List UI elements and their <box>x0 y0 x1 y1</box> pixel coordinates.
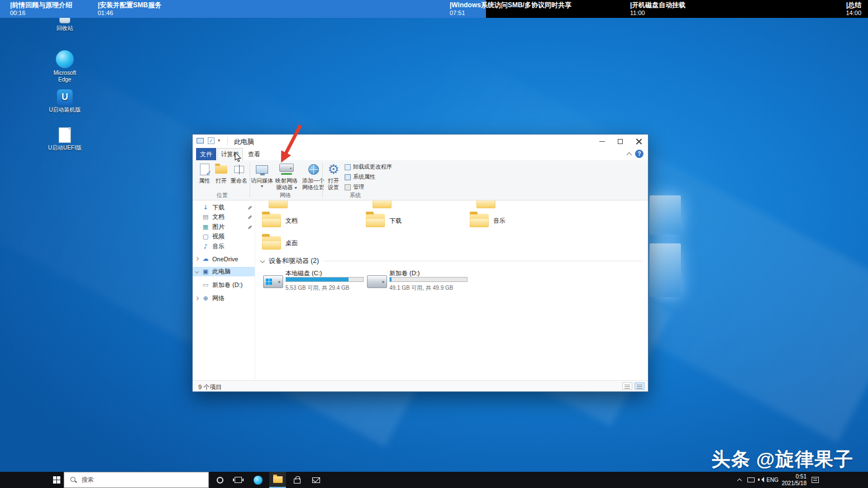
maximize-button[interactable] <box>611 135 629 148</box>
folder-tile-documents[interactable]: 文档 <box>262 210 298 231</box>
minimize-button[interactable] <box>593 135 611 148</box>
mail-taskbar-button[interactable] <box>308 472 324 488</box>
open-settings-button[interactable]: ⚙ 打开 设置 <box>325 161 342 190</box>
manage-icon <box>345 184 351 190</box>
network-cable-icon <box>281 173 292 175</box>
desktop-icon-edge[interactable]: Microsoft Edge <box>47 50 83 83</box>
tray-expand-button[interactable] <box>734 472 745 488</box>
close-button[interactable] <box>629 135 648 148</box>
network-icon: ⊕ <box>202 295 209 303</box>
music-icon: ♪ <box>202 243 209 251</box>
recycle-bin-icon <box>47 18 83 23</box>
status-bar: 9 个项目 <box>193 380 648 391</box>
tab-file[interactable]: 文件 <box>196 148 216 160</box>
start-button[interactable] <box>49 472 64 488</box>
folder-icon <box>470 214 489 227</box>
desktop-icon-uefi[interactable]: U启动UEFI版 <box>47 127 83 151</box>
chapter-item[interactable]: |前情回顾与原理介绍 00:16 <box>10 1 72 17</box>
help-button[interactable]: ? <box>635 150 643 158</box>
access-media-button[interactable]: 访问媒体 ▾ <box>252 161 272 189</box>
cortana-button[interactable] <box>212 472 228 488</box>
devices-section-header[interactable]: 设备和驱动器 (2) <box>260 256 643 266</box>
nav-item-documents[interactable]: ▤ 文档 <box>193 212 255 222</box>
ribbon: ✓ 属性 打开 重命名 位置 访问媒体 ▾ 映射网络 驱动器 <box>193 160 648 200</box>
task-view-button[interactable] <box>230 472 246 488</box>
folder-icon-partial[interactable] <box>373 200 392 208</box>
divider <box>323 261 643 261</box>
volume-tray-button[interactable] <box>755 472 766 488</box>
computer-icon: ▣ <box>202 268 209 276</box>
pin-icon <box>248 225 252 229</box>
folder-tile-desktop[interactable]: 桌面 <box>262 233 298 253</box>
navigation-pane: ↓ 下载 ▤ 文档 ▦ 图片 ▢ 视频 ♪ 音乐 <box>193 200 255 380</box>
uninstall-program-button[interactable]: 卸载或更改程序 <box>345 163 392 171</box>
drive-d-icon <box>367 275 387 288</box>
minimize-icon <box>599 141 605 142</box>
title-bar[interactable]: ✓ ▾ 此电脑 <box>193 135 648 148</box>
manage-button[interactable]: 管理 <box>345 183 364 191</box>
edge-taskbar-button[interactable] <box>250 472 266 488</box>
desktop-icon-recycle-bin[interactable]: 回收站 <box>47 18 83 32</box>
desktop-icon-label: U启动UEFI版 <box>47 145 83 151</box>
group-label-system: 系统 <box>325 192 386 199</box>
chapter-item[interactable]: |总结 14:00 <box>846 1 861 17</box>
nav-item-pictures[interactable]: ▦ 图片 <box>193 222 255 232</box>
system-properties-button[interactable]: 系统属性 <box>345 173 375 181</box>
nav-item-music[interactable]: ♪ 音乐 <box>193 242 255 251</box>
drive-tile-d[interactable]: 新加卷 (D:) 49.1 GB 可用, 共 49.9 GB <box>366 269 470 294</box>
chapter-item[interactable]: |安装并配置SMB服务 01:46 <box>98 1 161 17</box>
chevron-right-icon[interactable] <box>195 257 199 261</box>
chevron-down-icon[interactable] <box>195 270 199 274</box>
collapse-ribbon-icon[interactable] <box>627 152 632 158</box>
divider <box>322 162 323 198</box>
folder-icon-partial[interactable] <box>476 200 495 208</box>
chapter-item[interactable]: |开机磁盘自动挂载 11:00 <box>630 1 685 17</box>
rename-button[interactable]: 重命名 <box>230 161 249 184</box>
cloud-icon: ☁ <box>202 255 209 263</box>
action-center-button[interactable] <box>808 472 822 488</box>
nav-item-videos[interactable]: ▢ 视频 <box>193 232 255 241</box>
quick-access-dropdown-icon[interactable]: ▾ <box>218 138 220 143</box>
rename-icon <box>234 166 244 173</box>
folder-tile-downloads[interactable]: 下载 <box>366 210 402 231</box>
mouse-cursor <box>235 152 242 162</box>
video-chapter-bar[interactable]: |前情回顾与原理介绍 00:16 |安装并配置SMB服务 01:46 |Wind… <box>0 0 868 18</box>
language-indicator[interactable]: ENG <box>765 472 780 488</box>
nav-item-drive-d[interactable]: ▭ 新加卷 (D:) <box>193 280 255 290</box>
group-label-network: 网络 <box>251 192 320 199</box>
document-icon <box>47 127 83 143</box>
window-title: 此电脑 <box>234 137 254 147</box>
desktop-icon-uboot[interactable]: U U启动装机版 <box>47 89 83 113</box>
quick-access-check-icon[interactable]: ✓ <box>208 137 214 144</box>
nav-item-downloads[interactable]: ↓ 下载 <box>193 203 255 212</box>
network-tray-button[interactable] <box>745 472 756 488</box>
list-view-button[interactable] <box>622 382 632 390</box>
taskbar-search[interactable]: 搜索 <box>64 472 209 488</box>
usage-fill <box>390 278 392 281</box>
videos-icon: ▢ <box>202 233 209 241</box>
annotation-arrow <box>275 122 309 173</box>
nav-item-this-pc[interactable]: ▣ 此电脑 <box>193 267 255 276</box>
nav-item-onedrive[interactable]: ☁ OneDrive <box>193 254 255 264</box>
chapter-item[interactable]: |Windows系统访问SMB/多协议同时共享 07:51 <box>450 1 571 17</box>
store-taskbar-button[interactable] <box>289 472 305 488</box>
usage-bar <box>285 277 364 282</box>
divider <box>227 137 228 145</box>
window-icon <box>197 138 204 143</box>
thumbnail-view-button[interactable] <box>635 382 645 390</box>
folder-tile-music[interactable]: 音乐 <box>470 210 505 231</box>
drive-tile-c[interactable]: 本地磁盘 (C:) 5.53 GB 可用, 共 29.4 GB <box>262 269 366 294</box>
file-explorer-taskbar-button[interactable] <box>269 472 286 488</box>
uboot-icon: U <box>47 89 83 105</box>
folder-icon-partial[interactable] <box>269 200 288 208</box>
close-icon <box>636 138 642 145</box>
tab-view[interactable]: 查看 <box>244 148 264 160</box>
desktop-icon-label: 回收站 <box>47 25 83 32</box>
folder-icon <box>366 214 385 227</box>
desktop-icon-label: Microsoft Edge <box>47 70 83 83</box>
properties-button[interactable]: ✓ 属性 <box>197 161 212 184</box>
clock[interactable]: 0:51 2021/5/18 <box>780 472 807 488</box>
open-button[interactable]: 打开 <box>214 161 228 184</box>
nav-item-network[interactable]: ⊕ 网络 <box>193 294 255 303</box>
chevron-right-icon[interactable] <box>195 296 199 300</box>
